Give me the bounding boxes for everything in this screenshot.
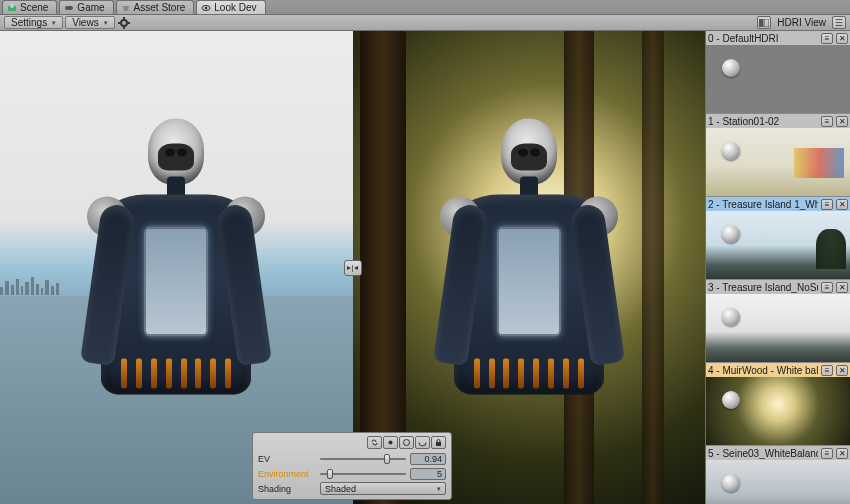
view-controls-panel: EV 0.94 Environment 5 Shading Shaded (252, 432, 452, 500)
svg-point-13 (404, 440, 410, 446)
preview-model-right (439, 119, 619, 429)
settings-label: Settings (11, 17, 47, 28)
svg-point-4 (205, 6, 208, 9)
hdri-item-close-icon[interactable]: ✕ (836, 365, 848, 376)
panel-menu-icon[interactable]: ☰ (832, 16, 846, 29)
svg-rect-11 (764, 19, 769, 27)
view-controls-iconrow (258, 436, 446, 449)
hdri-item-menu-icon[interactable]: ≡ (821, 282, 833, 293)
tab-bar: Scene Game Asset Store Look Dev (0, 0, 850, 15)
link-icon[interactable] (367, 436, 382, 449)
hdri-thumbnail[interactable] (706, 460, 850, 504)
hdri-item[interactable]: 2 - Treasure Island 1_White balan≡✕ (706, 197, 850, 280)
hdri-item-menu-icon[interactable]: ≡ (821, 365, 833, 376)
svg-rect-10 (759, 19, 763, 27)
hdri-item-menu-icon[interactable]: ≡ (821, 116, 833, 127)
svg-rect-14 (436, 442, 441, 446)
ev-label: EV (258, 454, 316, 464)
preview-sphere-icon (722, 225, 740, 243)
hdri-item-close-icon[interactable]: ✕ (836, 199, 848, 210)
hdri-item-name: 4 - MuirWood - White balanced (708, 365, 818, 376)
hdri-item-name: 1 - Station01-02 (708, 116, 818, 127)
preview-sphere-icon (722, 308, 740, 326)
svg-point-5 (121, 20, 127, 26)
environment-slider[interactable] (320, 470, 406, 478)
hdri-item-name: 0 - DefaultHDRI (708, 33, 818, 44)
settings-dropdown[interactable]: Settings (4, 16, 63, 29)
hdri-thumbnail[interactable] (706, 211, 850, 279)
side-collapse-icon[interactable] (757, 16, 771, 29)
hdri-item-close-icon[interactable]: ✕ (836, 448, 848, 459)
hdri-thumbnail[interactable] (706, 128, 850, 196)
views-label: Views (72, 17, 99, 28)
hdri-item-close-icon[interactable]: ✕ (836, 33, 848, 44)
split-handle-glyph: ▸|◂ (347, 263, 357, 272)
hdri-list: 0 - DefaultHDRI≡✕1 - Station01-02≡✕2 - T… (706, 31, 850, 504)
hdri-item[interactable]: 3 - Treasure Island_NoSun - Whit≡✕ (706, 280, 850, 363)
scene-icon (7, 3, 17, 13)
shading-value: Shaded (325, 484, 356, 494)
toolbar: Settings Views HDRI View ☰ (0, 15, 850, 31)
hdri-item-menu-icon[interactable]: ≡ (821, 33, 833, 44)
hdri-item-name: 2 - Treasure Island 1_White balan (708, 199, 818, 210)
tab-asset-store[interactable]: Asset Store (116, 0, 195, 14)
main-body: ▸|◂ EV 0.94 Environment (0, 31, 850, 504)
svg-point-1 (10, 4, 14, 8)
environment-value[interactable]: 5 (410, 468, 446, 480)
hdri-item-close-icon[interactable]: ✕ (836, 116, 848, 127)
split-handle[interactable]: ▸|◂ (344, 260, 362, 276)
hdri-item[interactable]: 0 - DefaultHDRI≡✕ (706, 31, 850, 114)
preview-sphere-icon (722, 142, 740, 160)
shading-dropdown[interactable]: Shaded (320, 482, 446, 495)
tab-label: Asset Store (134, 2, 186, 13)
ev-value[interactable]: 0.94 (410, 453, 446, 465)
hdri-item[interactable]: 1 - Station01-02≡✕ (706, 114, 850, 197)
hdri-item-name: 5 - Seine03_WhiteBalanced (708, 448, 818, 459)
environment-label: Environment (258, 469, 316, 479)
shading-label: Shading (258, 484, 316, 494)
gear-icon[interactable] (117, 16, 131, 30)
hdri-item[interactable]: 4 - MuirWood - White balanced≡✕ (706, 363, 850, 446)
game-icon (64, 3, 74, 13)
env-rot-icon[interactable] (415, 436, 430, 449)
preview-sphere-icon (722, 59, 740, 77)
sphere-icon[interactable] (399, 436, 414, 449)
hdri-sidebar: 0 - DefaultHDRI≡✕1 - Station01-02≡✕2 - T… (705, 31, 850, 504)
hdri-view-label: HDRI View (777, 17, 826, 28)
tab-look-dev[interactable]: Look Dev (196, 0, 265, 14)
preview-sphere-icon (722, 391, 740, 409)
svg-rect-2 (65, 6, 73, 10)
views-dropdown[interactable]: Views (65, 16, 115, 29)
split-viewport[interactable]: ▸|◂ EV 0.94 Environment (0, 31, 705, 504)
ev-slider[interactable] (320, 455, 406, 463)
sun-icon[interactable] (383, 436, 398, 449)
hdri-item-menu-icon[interactable]: ≡ (821, 199, 833, 210)
hdri-item-close-icon[interactable]: ✕ (836, 282, 848, 293)
tab-label: Scene (20, 2, 48, 13)
tab-scene[interactable]: Scene (2, 0, 57, 14)
hdri-thumbnail[interactable] (706, 45, 850, 113)
tab-label: Game (77, 2, 104, 13)
eye-icon (201, 3, 211, 13)
store-icon (121, 3, 131, 13)
hdri-item[interactable]: 5 - Seine03_WhiteBalanced≡✕ (706, 446, 850, 504)
hdri-thumbnail[interactable] (706, 377, 850, 445)
preview-sphere-icon (722, 474, 740, 492)
hdri-thumbnail[interactable] (706, 294, 850, 362)
lock-icon[interactable] (431, 436, 446, 449)
svg-point-12 (389, 441, 393, 445)
hdri-item-name: 3 - Treasure Island_NoSun - Whit (708, 282, 818, 293)
preview-model-left (86, 119, 266, 429)
hdri-item-menu-icon[interactable]: ≡ (821, 448, 833, 459)
tab-label: Look Dev (214, 2, 256, 13)
tab-game[interactable]: Game (59, 0, 113, 14)
